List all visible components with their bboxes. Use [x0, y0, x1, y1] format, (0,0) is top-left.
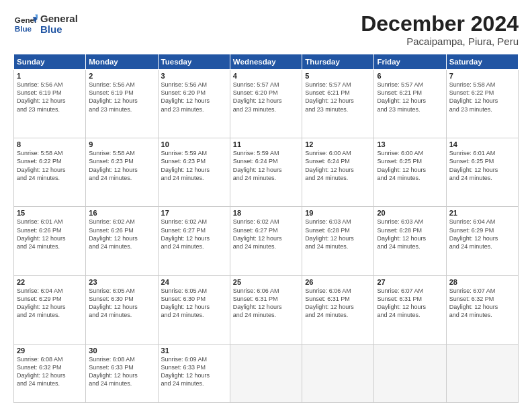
calendar-cell [446, 344, 518, 402]
col-saturday: Saturday [446, 54, 518, 70]
day-info: Sunrise: 6:06 AM Sunset: 6:31 PM Dayligh… [233, 287, 299, 320]
header: General Blue General Blue December 2024 … [13, 12, 519, 47]
day-number: 18 [233, 209, 299, 217]
day-number: 14 [449, 140, 515, 148]
day-number: 15 [17, 209, 83, 217]
day-number: 20 [377, 209, 443, 217]
calendar-cell: 16Sunrise: 6:02 AM Sunset: 6:26 PM Dayli… [86, 207, 158, 275]
day-number: 26 [305, 278, 371, 286]
calendar-cell: 7Sunrise: 5:58 AM Sunset: 6:22 PM Daylig… [446, 70, 518, 138]
table-row: 29Sunrise: 6:08 AM Sunset: 6:32 PM Dayli… [14, 344, 519, 402]
table-row: 22Sunrise: 6:04 AM Sunset: 6:29 PM Dayli… [14, 275, 519, 344]
day-number: 16 [89, 209, 154, 217]
calendar-cell: 5Sunrise: 5:57 AM Sunset: 6:21 PM Daylig… [302, 70, 374, 138]
calendar-cell: 29Sunrise: 6:08 AM Sunset: 6:32 PM Dayli… [14, 344, 86, 402]
day-info: Sunrise: 5:59 AM Sunset: 6:24 PM Dayligh… [233, 149, 299, 182]
calendar-cell: 23Sunrise: 6:05 AM Sunset: 6:30 PM Dayli… [86, 275, 158, 344]
day-number: 9 [89, 140, 154, 148]
day-info: Sunrise: 6:03 AM Sunset: 6:28 PM Dayligh… [377, 218, 443, 250]
day-number: 7 [449, 72, 515, 80]
calendar-cell: 22Sunrise: 6:04 AM Sunset: 6:29 PM Dayli… [14, 275, 86, 344]
calendar-cell: 18Sunrise: 6:02 AM Sunset: 6:27 PM Dayli… [230, 207, 302, 275]
day-info: Sunrise: 6:07 AM Sunset: 6:31 PM Dayligh… [377, 287, 443, 320]
calendar-cell: 26Sunrise: 6:06 AM Sunset: 6:31 PM Dayli… [302, 275, 374, 344]
day-info: Sunrise: 5:59 AM Sunset: 6:23 PM Dayligh… [161, 149, 227, 182]
day-info: Sunrise: 6:02 AM Sunset: 6:27 PM Dayligh… [161, 218, 227, 250]
day-info: Sunrise: 6:02 AM Sunset: 6:27 PM Dayligh… [233, 218, 299, 250]
day-info: Sunrise: 6:00 AM Sunset: 6:25 PM Dayligh… [377, 149, 443, 182]
day-info: Sunrise: 5:58 AM Sunset: 6:22 PM Dayligh… [17, 149, 83, 182]
calendar-cell: 11Sunrise: 5:59 AM Sunset: 6:24 PM Dayli… [230, 138, 302, 207]
day-info: Sunrise: 6:07 AM Sunset: 6:32 PM Dayligh… [449, 287, 515, 320]
col-monday: Monday [86, 54, 158, 70]
day-number: 3 [161, 72, 227, 80]
day-info: Sunrise: 6:03 AM Sunset: 6:28 PM Dayligh… [305, 218, 371, 250]
calendar-cell: 2Sunrise: 5:56 AM Sunset: 6:19 PM Daylig… [86, 70, 158, 138]
day-number: 11 [233, 140, 299, 148]
calendar-cell: 19Sunrise: 6:03 AM Sunset: 6:28 PM Dayli… [302, 207, 374, 275]
calendar-cell [230, 344, 302, 402]
calendar-cell: 9Sunrise: 5:58 AM Sunset: 6:23 PM Daylig… [86, 138, 158, 207]
calendar-cell: 31Sunrise: 6:09 AM Sunset: 6:33 PM Dayli… [158, 344, 230, 402]
day-info: Sunrise: 6:09 AM Sunset: 6:33 PM Dayligh… [161, 355, 227, 388]
logo-text-blue: Blue [40, 24, 78, 36]
calendar-subtitle: Pacaipampa, Piura, Peru [361, 36, 519, 47]
day-number: 10 [161, 140, 227, 148]
day-info: Sunrise: 5:57 AM Sunset: 6:21 PM Dayligh… [377, 81, 443, 113]
day-number: 25 [233, 278, 299, 286]
day-number: 29 [17, 347, 83, 355]
calendar-cell: 8Sunrise: 5:58 AM Sunset: 6:22 PM Daylig… [14, 138, 86, 207]
day-info: Sunrise: 6:01 AM Sunset: 6:25 PM Dayligh… [449, 149, 515, 182]
day-number: 2 [89, 72, 154, 80]
title-block: December 2024 Pacaipampa, Piura, Peru [361, 12, 519, 47]
col-thursday: Thursday [302, 54, 374, 70]
day-info: Sunrise: 5:56 AM Sunset: 6:19 PM Dayligh… [17, 81, 83, 113]
table-row: 15Sunrise: 6:01 AM Sunset: 6:26 PM Dayli… [14, 207, 519, 275]
day-number: 4 [233, 72, 299, 80]
day-info: Sunrise: 6:06 AM Sunset: 6:31 PM Dayligh… [305, 287, 371, 320]
calendar-cell: 14Sunrise: 6:01 AM Sunset: 6:25 PM Dayli… [446, 138, 518, 207]
calendar-cell: 15Sunrise: 6:01 AM Sunset: 6:26 PM Dayli… [14, 207, 86, 275]
col-tuesday: Tuesday [158, 54, 230, 70]
day-number: 22 [17, 278, 83, 286]
table-row: 8Sunrise: 5:58 AM Sunset: 6:22 PM Daylig… [14, 138, 519, 207]
calendar-cell: 3Sunrise: 5:56 AM Sunset: 6:20 PM Daylig… [158, 70, 230, 138]
day-info: Sunrise: 5:57 AM Sunset: 6:21 PM Dayligh… [305, 81, 371, 113]
day-info: Sunrise: 6:04 AM Sunset: 6:29 PM Dayligh… [17, 287, 83, 320]
day-number: 30 [89, 347, 154, 355]
calendar-cell: 24Sunrise: 6:05 AM Sunset: 6:30 PM Dayli… [158, 275, 230, 344]
day-info: Sunrise: 5:56 AM Sunset: 6:19 PM Dayligh… [89, 81, 154, 113]
calendar-cell: 17Sunrise: 6:02 AM Sunset: 6:27 PM Dayli… [158, 207, 230, 275]
day-number: 31 [161, 347, 227, 355]
calendar-cell [374, 344, 446, 402]
day-info: Sunrise: 5:57 AM Sunset: 6:20 PM Dayligh… [233, 81, 299, 113]
calendar-cell: 12Sunrise: 6:00 AM Sunset: 6:24 PM Dayli… [302, 138, 374, 207]
calendar-cell: 6Sunrise: 5:57 AM Sunset: 6:21 PM Daylig… [374, 70, 446, 138]
col-wednesday: Wednesday [230, 54, 302, 70]
calendar-cell [302, 344, 374, 402]
day-info: Sunrise: 5:58 AM Sunset: 6:23 PM Dayligh… [89, 149, 154, 182]
calendar-cell: 30Sunrise: 6:08 AM Sunset: 6:33 PM Dayli… [86, 344, 158, 402]
day-info: Sunrise: 6:01 AM Sunset: 6:26 PM Dayligh… [17, 218, 83, 250]
day-number: 27 [377, 278, 443, 286]
day-info: Sunrise: 5:58 AM Sunset: 6:22 PM Dayligh… [449, 81, 515, 113]
calendar-cell: 4Sunrise: 5:57 AM Sunset: 6:20 PM Daylig… [230, 70, 302, 138]
col-sunday: Sunday [14, 54, 86, 70]
calendar-table: Sunday Monday Tuesday Wednesday Thursday… [13, 54, 519, 403]
day-number: 23 [89, 278, 154, 286]
day-number: 13 [377, 140, 443, 148]
calendar-title: December 2024 [361, 12, 519, 36]
day-info: Sunrise: 5:56 AM Sunset: 6:20 PM Dayligh… [161, 81, 227, 113]
day-number: 19 [305, 209, 371, 217]
day-number: 28 [449, 278, 515, 286]
day-number: 8 [17, 140, 83, 148]
day-number: 24 [161, 278, 227, 286]
day-info: Sunrise: 6:00 AM Sunset: 6:24 PM Dayligh… [305, 149, 371, 182]
logo-icon: General Blue [13, 12, 38, 36]
day-info: Sunrise: 6:02 AM Sunset: 6:26 PM Dayligh… [89, 218, 154, 250]
calendar-cell: 13Sunrise: 6:00 AM Sunset: 6:25 PM Dayli… [374, 138, 446, 207]
day-info: Sunrise: 6:04 AM Sunset: 6:29 PM Dayligh… [449, 218, 515, 250]
day-number: 6 [377, 72, 443, 80]
calendar-cell: 25Sunrise: 6:06 AM Sunset: 6:31 PM Dayli… [230, 275, 302, 344]
calendar-cell: 10Sunrise: 5:59 AM Sunset: 6:23 PM Dayli… [158, 138, 230, 207]
